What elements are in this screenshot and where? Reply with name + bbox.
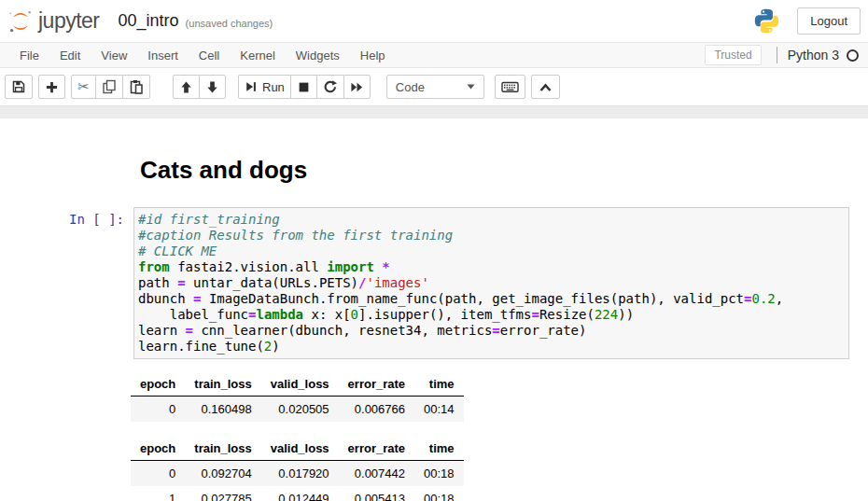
output-area: epochtrain_lossvalid_losserror_ratetime0… xyxy=(131,373,868,501)
menu-widgets[interactable]: Widgets xyxy=(286,49,350,63)
move-down-icon xyxy=(205,80,219,94)
code-line: learn = cnn_learner(dbunch, resnet34, me… xyxy=(138,323,845,339)
table-cell: 0.007442 xyxy=(339,461,414,487)
cell-type-dropdown[interactable]: Code xyxy=(386,75,484,99)
stop-icon xyxy=(297,80,311,94)
menu-kernel[interactable]: Kernel xyxy=(230,49,286,63)
step-forward-icon xyxy=(245,80,258,93)
move-cell-down-button[interactable] xyxy=(199,75,226,99)
save-icon xyxy=(11,79,26,94)
paste-icon xyxy=(129,79,144,94)
checkpoint-status: (unsaved changes) xyxy=(186,14,273,29)
table-cell: 0.160498 xyxy=(185,397,260,423)
save-button[interactable] xyxy=(5,75,33,99)
copy-cell-button[interactable] xyxy=(95,75,123,99)
table-row: 00.0927040.0179200.00744200:18 xyxy=(131,461,464,487)
menubar: File Edit View Insert Cell Kernel Widget… xyxy=(0,42,868,68)
column-header: train_loss xyxy=(185,438,260,461)
menu-file[interactable]: File xyxy=(9,49,49,63)
table-cell: 0.017920 xyxy=(261,461,339,487)
column-header: valid_loss xyxy=(261,438,339,461)
table-cell: 0.020505 xyxy=(261,397,339,423)
code-line: path = untar_data(URLs.PETS)/'images' xyxy=(138,275,845,291)
code-line: #id first_training xyxy=(138,212,845,228)
table-cell: 0.006766 xyxy=(339,397,414,423)
kernel-idle-icon xyxy=(847,49,859,62)
restart-run-all-icon xyxy=(350,80,364,94)
menu-help[interactable]: Help xyxy=(350,49,396,63)
command-palette-button[interactable] xyxy=(495,75,525,99)
header-divider-strip xyxy=(0,105,868,118)
paste-cell-button[interactable] xyxy=(122,75,150,99)
input-prompt: In [ ]: xyxy=(0,207,133,359)
cell-type-value: Code xyxy=(396,80,425,94)
move-cell-up-button[interactable] xyxy=(173,75,200,99)
markdown-heading: Cats and dogs xyxy=(140,156,849,185)
add-cell-icon xyxy=(45,80,59,94)
table-row: 10.0277850.0124490.00541300:18 xyxy=(131,486,464,501)
cut-cell-button[interactable]: ✂ xyxy=(71,75,96,99)
code-line: learn.fine_tune(2) xyxy=(138,339,845,355)
table-cell: 00:18 xyxy=(414,486,464,501)
command-palette-icon xyxy=(501,79,519,94)
jupyter-logo-icon xyxy=(7,8,34,35)
logout-button[interactable]: Logout xyxy=(797,7,861,35)
table-cell: 0.012449 xyxy=(261,486,339,501)
column-header: epoch xyxy=(131,438,185,461)
trusted-badge: Trusted xyxy=(705,45,761,65)
move-up-icon xyxy=(179,80,193,94)
interrupt-kernel-button[interactable] xyxy=(290,75,317,99)
python-logo-icon xyxy=(753,7,780,35)
code-input-area[interactable]: #id first_training#caption Results from … xyxy=(133,207,849,359)
notebook-container: Cats and dogs In [ ]: #id first_training… xyxy=(0,118,868,501)
notebook-header: jupyter 00_intro (unsaved changes) Logou… xyxy=(0,0,868,42)
collapse-toolbar-button[interactable] xyxy=(531,75,560,99)
menu-cell[interactable]: Cell xyxy=(189,49,230,63)
table-cell: 0 xyxy=(131,461,185,487)
column-header: epoch xyxy=(131,373,185,397)
run-button-label: Run xyxy=(262,80,285,94)
table-cell: 0.092704 xyxy=(185,461,260,487)
menu-edit[interactable]: Edit xyxy=(49,49,91,63)
kernel-name: Python 3 xyxy=(788,48,839,63)
column-header: time xyxy=(414,373,464,397)
menu-view[interactable]: View xyxy=(91,49,137,63)
menu-insert[interactable]: Insert xyxy=(137,49,189,63)
table-cell: 00:18 xyxy=(414,461,464,487)
cut-icon: ✂ xyxy=(77,80,90,94)
notebook-title[interactable]: 00_intro xyxy=(119,11,179,31)
column-header: error_rate xyxy=(339,438,414,461)
jupyter-logo[interactable]: jupyter xyxy=(7,8,100,35)
table-cell: 1 xyxy=(131,486,185,501)
code-line: dbunch = ImageDataBunch.from_name_func(p… xyxy=(138,291,845,307)
column-header: valid_loss xyxy=(261,373,339,397)
training-results-table-2: epochtrain_lossvalid_losserror_ratetime0… xyxy=(131,438,464,501)
table-cell: 0.027785 xyxy=(185,486,260,501)
training-results-table-1: epochtrain_lossvalid_losserror_ratetime0… xyxy=(131,373,464,422)
add-cell-button[interactable] xyxy=(38,75,65,99)
code-cell[interactable]: In [ ]: #id first_training#caption Resul… xyxy=(0,207,849,359)
code-line: from fastai2.vision.all import * xyxy=(138,259,845,275)
copy-icon xyxy=(102,79,117,94)
table-cell: 0.005413 xyxy=(339,486,414,501)
column-header: time xyxy=(414,438,464,461)
chevron-down-icon xyxy=(467,84,475,90)
code-line: #caption Results from the first training xyxy=(138,228,845,244)
code-line: label_func=lambda x: x[0].isupper(), ite… xyxy=(138,307,845,323)
restart-kernel-button[interactable] xyxy=(316,75,344,99)
table-cell: 00:14 xyxy=(414,397,464,423)
column-header: error_rate xyxy=(339,373,414,397)
chevron-up-icon xyxy=(538,81,553,93)
kernel-divider xyxy=(777,47,777,63)
table-cell: 0 xyxy=(131,397,185,423)
restart-run-all-button[interactable] xyxy=(343,75,371,99)
code-line: # CLICK ME xyxy=(138,244,845,259)
table-row: 00.1604980.0205050.00676600:14 xyxy=(131,397,464,423)
column-header: train_loss xyxy=(185,373,260,397)
run-cell-button[interactable]: Run xyxy=(238,75,291,99)
jupyter-logo-text: jupyter xyxy=(38,8,100,34)
toolbar: ✂ xyxy=(0,68,868,105)
restart-kernel-icon xyxy=(323,79,338,94)
